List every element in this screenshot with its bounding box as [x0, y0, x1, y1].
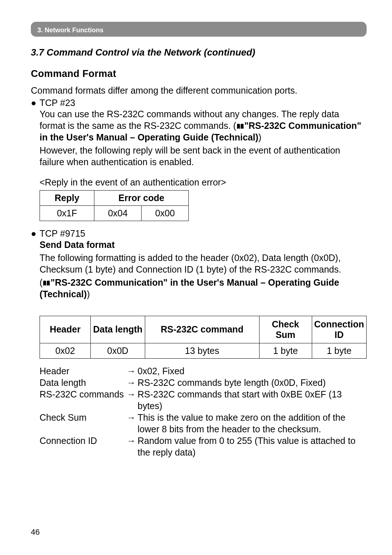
- chapter-label: 3. Network Functions: [37, 26, 103, 34]
- chapter-bar: 3. Network Functions: [31, 22, 367, 37]
- tcp23-line2: However, the following reply will be sen…: [31, 144, 367, 168]
- def-label: RS-232C commands: [40, 388, 127, 400]
- def-value: 0x02, Fixed: [138, 365, 367, 377]
- def-label: Header: [40, 365, 127, 377]
- def-label: Check Sum: [40, 412, 127, 423]
- td-rs232c: 13 bytes: [145, 343, 260, 358]
- def-row: RS-232C commands → RS-232C commands that…: [40, 388, 367, 412]
- th-header: Header: [40, 316, 91, 343]
- def-value: RS-232C commands byte length (0x0D, Fixe…: [138, 377, 367, 388]
- command-structure-table: Header Data length RS-232C command Check…: [40, 316, 367, 359]
- arrow-icon: →: [127, 435, 138, 446]
- tcp9715-crossref-line: ("RS-232C Communication" in the User's M…: [31, 277, 367, 300]
- paren-open: (: [40, 277, 42, 287]
- td-connid: 1 byte: [312, 343, 367, 358]
- td-reply-val: 0x1F: [40, 206, 94, 221]
- def-row: Check Sum → This is the value to make ze…: [40, 412, 367, 435]
- td-err-2: 0x00: [142, 206, 189, 221]
- def-value: This is the value to make zero on the ad…: [138, 412, 367, 435]
- arrow-icon: →: [127, 377, 138, 388]
- def-row: Header → 0x02, Fixed: [40, 365, 367, 377]
- definitions-block: Header → 0x02, Fixed Data length → RS-23…: [31, 365, 367, 458]
- th-rs232c: RS-232C command: [145, 316, 260, 343]
- th-checksum: Check Sum: [259, 316, 312, 343]
- def-row: Connection ID → Random value from 0 to 2…: [40, 435, 367, 458]
- th-datalength: Data length: [91, 316, 145, 343]
- tcp9715-crossref: "RS-232C Communication" in the User's Ma…: [40, 277, 339, 299]
- def-row: Data length → RS-232C commands byte leng…: [40, 377, 367, 388]
- tcp23-paragraph: You can use the RS-232C commands without…: [31, 108, 367, 143]
- def-label: Data length: [40, 377, 127, 388]
- tcp9715-bullet-row: ● TCP #9715: [31, 228, 367, 239]
- td-checksum: 1 byte: [259, 343, 312, 358]
- td-err-1: 0x04: [94, 206, 142, 221]
- page-number: 46: [31, 527, 40, 537]
- arrow-icon: →: [127, 388, 138, 400]
- th-errorcode: Error code: [94, 191, 189, 206]
- book-icon: [236, 123, 244, 130]
- auth-error-table: Reply Error code 0x1F 0x04 0x00: [40, 190, 189, 221]
- tcp23-bullet-row: ● TCP #23: [31, 98, 367, 108]
- tcp23-line1end: ): [258, 132, 261, 142]
- arrow-icon: →: [127, 365, 138, 377]
- def-label: Connection ID: [40, 435, 127, 446]
- tcp9715-label: TCP #9715: [40, 228, 85, 239]
- bullet-icon: ●: [31, 98, 40, 108]
- td-header: 0x02: [40, 343, 91, 358]
- arrow-icon: →: [127, 412, 138, 423]
- command-format-heading: Command Format: [31, 68, 367, 79]
- def-value: Random value from 0 to 255 (This value i…: [138, 435, 367, 458]
- reply-caption: <Reply in the event of an authentication…: [31, 176, 367, 188]
- bullet-icon: ●: [31, 228, 40, 239]
- def-value: RS-232C commands that start with 0xBE 0x…: [138, 388, 367, 412]
- paren-close: ): [87, 289, 90, 299]
- section-title: 3.7 Command Control via the Network (con…: [31, 47, 367, 58]
- th-connid: Connection ID: [312, 316, 367, 343]
- send-data-format-heading: Send Data format: [31, 239, 367, 250]
- tcp9715-line1: The following formatting is added to the…: [31, 252, 367, 275]
- td-datalength: 0x0D: [91, 343, 145, 358]
- book-icon: [42, 280, 50, 286]
- th-reply: Reply: [40, 191, 94, 206]
- tcp23-label: TCP #23: [40, 98, 75, 108]
- intro-text: Command formats differ among the differe…: [31, 85, 367, 96]
